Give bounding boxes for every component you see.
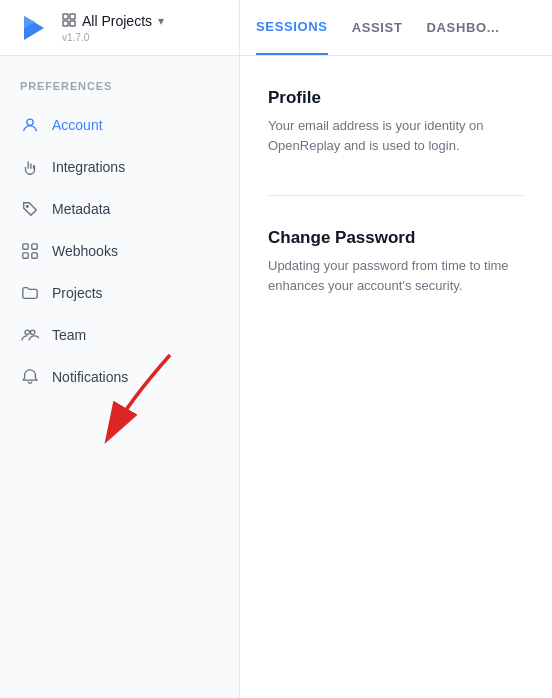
svg-point-13 <box>30 330 35 335</box>
sidebar-item-label-account: Account <box>52 117 103 133</box>
logo-area: All Projects ▾ v1.7.0 <box>0 0 240 55</box>
tab-dashboard[interactable]: DASHBO... <box>427 0 500 55</box>
sidebar-item-label-team: Team <box>52 327 86 343</box>
svg-rect-9 <box>32 244 37 249</box>
main-layout: PREFERENCES Account Integrations <box>0 56 552 698</box>
sidebar: PREFERENCES Account Integrations <box>0 56 240 698</box>
sidebar-item-label-projects: Projects <box>52 285 103 301</box>
svg-point-6 <box>27 119 33 125</box>
tag-icon <box>20 199 40 219</box>
sidebar-item-projects[interactable]: Projects <box>0 272 239 314</box>
annotation-arrow <box>240 236 260 360</box>
sidebar-item-team[interactable]: Team <box>0 314 239 356</box>
webhooks-icon <box>20 241 40 261</box>
grid-icon <box>62 13 76 30</box>
change-password-description: Updating your password from time to time… <box>268 256 524 295</box>
svg-rect-3 <box>70 14 75 19</box>
chevron-down-icon: ▾ <box>158 14 164 28</box>
project-selector[interactable]: All Projects ▾ <box>62 13 164 30</box>
user-icon <box>20 115 40 135</box>
svg-point-7 <box>26 205 28 207</box>
version-tag: v1.7.0 <box>62 32 164 43</box>
profile-section: Profile Your email address is your ident… <box>268 88 524 155</box>
svg-rect-8 <box>23 244 28 249</box>
svg-rect-5 <box>70 21 75 26</box>
sidebar-item-label-metadata: Metadata <box>52 201 110 217</box>
team-icon <box>20 325 40 345</box>
bell-icon <box>20 367 40 387</box>
sidebar-item-webhooks[interactable]: Webhooks <box>0 230 239 272</box>
hand-icon <box>20 157 40 177</box>
sidebar-section-label: PREFERENCES <box>0 80 239 104</box>
change-password-section: Change Password Updating your password f… <box>268 228 524 295</box>
tab-assist[interactable]: ASSIST <box>352 0 403 55</box>
sidebar-item-metadata[interactable]: Metadata <box>0 188 239 230</box>
sidebar-item-label-notifications: Notifications <box>52 369 128 385</box>
folder-icon <box>20 283 40 303</box>
sidebar-item-notifications[interactable]: Notifications <box>0 356 239 398</box>
header: All Projects ▾ v1.7.0 SESSIONS ASSIST DA… <box>0 0 552 56</box>
sidebar-item-account[interactable]: Account <box>0 104 239 146</box>
nav-tabs: SESSIONS ASSIST DASHBO... <box>240 0 516 55</box>
sidebar-item-label-integrations: Integrations <box>52 159 125 175</box>
content-area: Profile Your email address is your ident… <box>240 56 552 698</box>
app-logo[interactable] <box>16 10 52 46</box>
sidebar-item-integrations[interactable]: Integrations <box>0 146 239 188</box>
svg-rect-4 <box>63 21 68 26</box>
project-name: All Projects <box>82 13 152 29</box>
svg-rect-2 <box>63 14 68 19</box>
tab-sessions[interactable]: SESSIONS <box>256 0 328 55</box>
section-divider <box>268 195 524 196</box>
change-password-title: Change Password <box>268 228 524 248</box>
svg-rect-11 <box>32 253 37 258</box>
profile-title: Profile <box>268 88 524 108</box>
svg-point-12 <box>25 330 30 335</box>
profile-description: Your email address is your identity on O… <box>268 116 524 155</box>
sidebar-item-label-webhooks: Webhooks <box>52 243 118 259</box>
svg-rect-10 <box>23 253 28 258</box>
